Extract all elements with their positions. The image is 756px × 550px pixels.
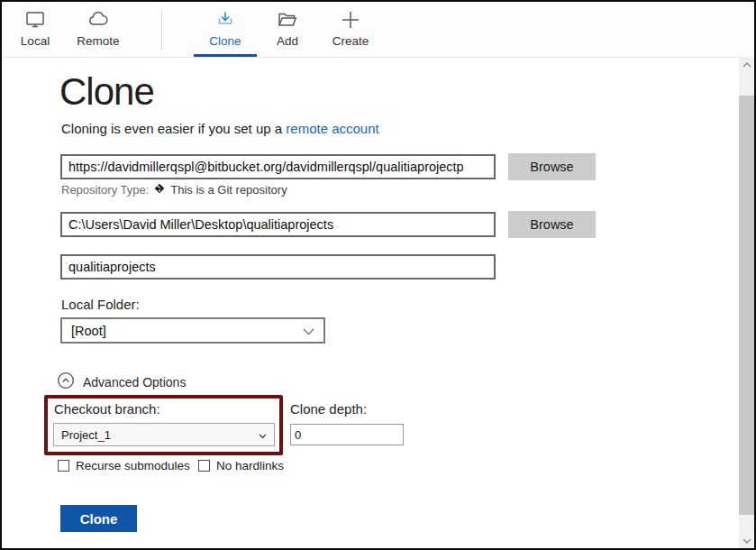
browse-source-button[interactable]: Browse bbox=[508, 153, 596, 180]
browse-destination-button[interactable]: Browse bbox=[508, 211, 596, 238]
toolbar-tab-label: Create bbox=[332, 34, 369, 48]
download-icon bbox=[214, 8, 237, 32]
toolbar-tab-label: Clone bbox=[209, 34, 241, 48]
clone-depth-input[interactable] bbox=[290, 424, 404, 445]
toolbar-tab-label: Remote bbox=[77, 34, 119, 48]
repository-type-status: This is a Git repository bbox=[170, 183, 287, 197]
checkout-branch-value: Project_1 bbox=[61, 428, 111, 442]
page-title: Clone bbox=[59, 70, 154, 114]
advanced-options-toggle[interactable]: Advanced Options bbox=[57, 371, 186, 393]
toolbar: Local Remote Clone bbox=[2, 2, 754, 58]
source-url-input[interactable] bbox=[60, 154, 496, 179]
recurse-submodules-option[interactable]: Recurse submodules bbox=[58, 459, 190, 472]
chevron-down-icon bbox=[303, 324, 314, 338]
toolbar-tab-clone[interactable]: Clone bbox=[194, 8, 257, 55]
remote-account-link[interactable]: remote account bbox=[286, 121, 378, 136]
destination-path-input[interactable] bbox=[60, 212, 496, 237]
repository-type-row: Repository Type: This is a Git repositor… bbox=[61, 182, 287, 197]
checkout-branch-dropdown[interactable]: Project_1 bbox=[53, 423, 275, 446]
scroll-down-icon[interactable] bbox=[739, 533, 754, 548]
repo-name-input[interactable] bbox=[60, 254, 496, 280]
recurse-submodules-label: Recurse submodules bbox=[76, 459, 190, 472]
no-hardlinks-option[interactable]: No hardlinks bbox=[198, 459, 284, 472]
checkout-branch-label: Checkout branch: bbox=[54, 401, 160, 417]
clone-dialog-window: Local Remote Clone bbox=[0, 0, 756, 550]
plus-icon bbox=[339, 8, 362, 32]
checkbox-icon[interactable] bbox=[198, 460, 210, 472]
local-folder-value: [Root] bbox=[71, 324, 106, 338]
toolbar-tab-create[interactable]: Create bbox=[323, 8, 378, 55]
toolbar-tab-remote[interactable]: Remote bbox=[71, 8, 125, 55]
vertical-scrollbar[interactable] bbox=[739, 57, 754, 548]
local-folder-dropdown[interactable]: [Root] bbox=[60, 317, 325, 344]
folder-icon bbox=[276, 8, 299, 32]
clone-button[interactable]: Clone bbox=[60, 505, 137, 532]
subtitle: Cloning is even easier if you set up a r… bbox=[61, 121, 379, 136]
clone-depth-label: Clone depth: bbox=[290, 401, 367, 417]
advanced-options-label: Advanced Options bbox=[83, 375, 186, 390]
cloud-icon bbox=[87, 8, 110, 32]
scroll-up-icon[interactable] bbox=[739, 57, 754, 72]
toolbar-tab-add[interactable]: Add bbox=[265, 8, 310, 55]
scrollbar-thumb[interactable] bbox=[739, 96, 754, 515]
toolbar-tab-label: Local bbox=[21, 34, 50, 48]
git-icon bbox=[153, 182, 166, 197]
local-folder-label: Local Folder: bbox=[61, 297, 140, 312]
toolbar-separator bbox=[161, 10, 162, 50]
subtitle-text: Cloning is even easier if you set up a bbox=[61, 121, 286, 136]
collapse-circle-icon bbox=[57, 371, 75, 393]
toolbar-tab-label: Add bbox=[277, 34, 298, 48]
checkbox-icon[interactable] bbox=[58, 460, 69, 472]
chevron-down-icon bbox=[259, 428, 267, 442]
repository-type-label: Repository Type: bbox=[61, 183, 149, 197]
no-hardlinks-label: No hardlinks bbox=[216, 459, 284, 472]
monitor-icon bbox=[23, 8, 47, 32]
active-tab-underline bbox=[194, 54, 257, 57]
toolbar-tab-local[interactable]: Local bbox=[13, 8, 58, 55]
